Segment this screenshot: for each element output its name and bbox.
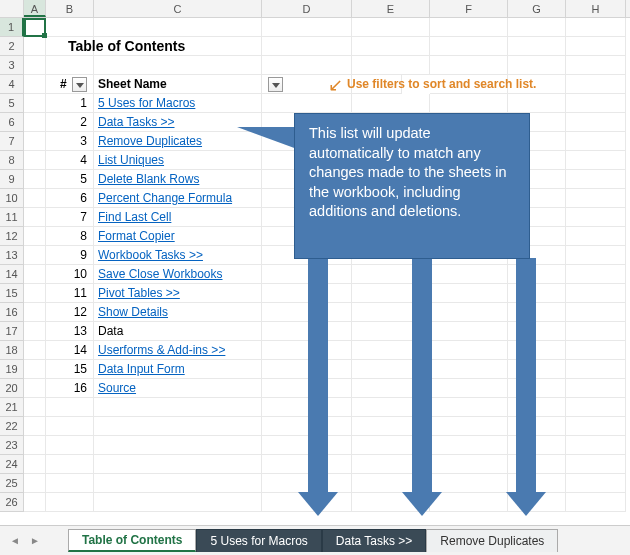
cell-F19[interactable] [430, 360, 508, 379]
toc-link-1[interactable]: 5 Uses for Macros [94, 94, 262, 113]
cell-C1[interactable] [94, 18, 262, 37]
toc-link-9[interactable]: Workbook Tasks >> [94, 246, 262, 265]
cell-E2[interactable] [352, 37, 430, 56]
cell-A25[interactable] [24, 474, 46, 493]
row-header-15[interactable]: 15 [0, 284, 24, 303]
cell-F24[interactable] [430, 455, 508, 474]
cell-D14[interactable] [262, 265, 352, 284]
cell-H10[interactable] [566, 189, 626, 208]
cell-E3[interactable] [352, 56, 430, 75]
cell-H14[interactable] [566, 265, 626, 284]
cell-H3[interactable] [566, 56, 626, 75]
cell-H12[interactable] [566, 227, 626, 246]
row-header-26[interactable]: 26 [0, 493, 24, 512]
cell-A10[interactable] [24, 189, 46, 208]
row-header-18[interactable]: 18 [0, 341, 24, 360]
cell-B3[interactable] [46, 56, 94, 75]
cell-H7[interactable] [566, 132, 626, 151]
cell-G2[interactable] [508, 37, 566, 56]
row-header-7[interactable]: 7 [0, 132, 24, 151]
cell-F21[interactable] [430, 398, 508, 417]
sheet-tab-5uses[interactable]: 5 Uses for Macros [196, 529, 321, 552]
cell-D21[interactable] [262, 398, 352, 417]
cell-F14[interactable] [430, 265, 508, 284]
cell-A14[interactable] [24, 265, 46, 284]
cell-A22[interactable] [24, 417, 46, 436]
row-header-14[interactable]: 14 [0, 265, 24, 284]
cell-G1[interactable] [508, 18, 566, 37]
row-header-9[interactable]: 9 [0, 170, 24, 189]
row-header-4[interactable]: 4 [0, 75, 24, 94]
filter-name-icon[interactable] [268, 77, 283, 92]
cell-F22[interactable] [430, 417, 508, 436]
cell-B21[interactable] [46, 398, 94, 417]
cell-B26[interactable] [46, 493, 94, 512]
cell-B24[interactable] [46, 455, 94, 474]
row-header-16[interactable]: 16 [0, 303, 24, 322]
row-header-22[interactable]: 22 [0, 417, 24, 436]
cell-H6[interactable] [566, 113, 626, 132]
row-header-3[interactable]: 3 [0, 56, 24, 75]
cell-D19[interactable] [262, 360, 352, 379]
row-header-25[interactable]: 25 [0, 474, 24, 493]
cell-A20[interactable] [24, 379, 46, 398]
sheet-tab-datatasks[interactable]: Data Tasks >> [322, 529, 427, 552]
col-header-F[interactable]: F [430, 0, 508, 17]
cell-F18[interactable] [430, 341, 508, 360]
tab-nav-next-icon[interactable]: ► [28, 534, 42, 548]
tab-nav-prev-icon[interactable]: ◄ [8, 534, 22, 548]
cell-C25[interactable] [94, 474, 262, 493]
cell-C24[interactable] [94, 455, 262, 474]
row-header-19[interactable]: 19 [0, 360, 24, 379]
cell-A26[interactable] [24, 493, 46, 512]
cell-B22[interactable] [46, 417, 94, 436]
row-header-10[interactable]: 10 [0, 189, 24, 208]
cell-C21[interactable] [94, 398, 262, 417]
cell-H17[interactable] [566, 322, 626, 341]
cell-A3[interactable] [24, 56, 46, 75]
select-all-corner[interactable] [0, 0, 24, 17]
cell-D20[interactable] [262, 379, 352, 398]
cell-A8[interactable] [24, 151, 46, 170]
cell-B23[interactable] [46, 436, 94, 455]
row-header-17[interactable]: 17 [0, 322, 24, 341]
cell-D23[interactable] [262, 436, 352, 455]
cell-D3[interactable] [262, 56, 352, 75]
cell-C22[interactable] [94, 417, 262, 436]
toc-link-12[interactable]: Show Details [94, 303, 262, 322]
cell-H22[interactable] [566, 417, 626, 436]
cell-H18[interactable] [566, 341, 626, 360]
row-header-5[interactable]: 5 [0, 94, 24, 113]
cell-A17[interactable] [24, 322, 46, 341]
toc-link-10[interactable]: Save Close Workbooks [94, 265, 262, 284]
row-header-13[interactable]: 13 [0, 246, 24, 265]
col-header-D[interactable]: D [262, 0, 352, 17]
row-header-8[interactable]: 8 [0, 151, 24, 170]
cell-A5[interactable] [24, 94, 46, 113]
cell-F25[interactable] [430, 474, 508, 493]
toc-link-11[interactable]: Pivot Tables >> [94, 284, 262, 303]
row-header-1[interactable]: 1 [0, 18, 24, 37]
cell-H11[interactable] [566, 208, 626, 227]
cell-F16[interactable] [430, 303, 508, 322]
cell-H2[interactable] [566, 37, 626, 56]
cell-D16[interactable] [262, 303, 352, 322]
cell-F23[interactable] [430, 436, 508, 455]
cell-D22[interactable] [262, 417, 352, 436]
toc-link-16[interactable]: Source [94, 379, 262, 398]
cell-H20[interactable] [566, 379, 626, 398]
cell-B1[interactable] [46, 18, 94, 37]
cell-H16[interactable] [566, 303, 626, 322]
cell-B25[interactable] [46, 474, 94, 493]
cell-D17[interactable] [262, 322, 352, 341]
cell-D24[interactable] [262, 455, 352, 474]
cell-D15[interactable] [262, 284, 352, 303]
sheet-tab-toc[interactable]: Table of Contents [68, 529, 196, 552]
cell-D5[interactable] [262, 94, 352, 113]
row-header-6[interactable]: 6 [0, 113, 24, 132]
cell-A24[interactable] [24, 455, 46, 474]
toc-link-4[interactable]: List Uniques [94, 151, 262, 170]
row-header-11[interactable]: 11 [0, 208, 24, 227]
toc-link-7[interactable]: Find Last Cell [94, 208, 262, 227]
cell-F20[interactable] [430, 379, 508, 398]
